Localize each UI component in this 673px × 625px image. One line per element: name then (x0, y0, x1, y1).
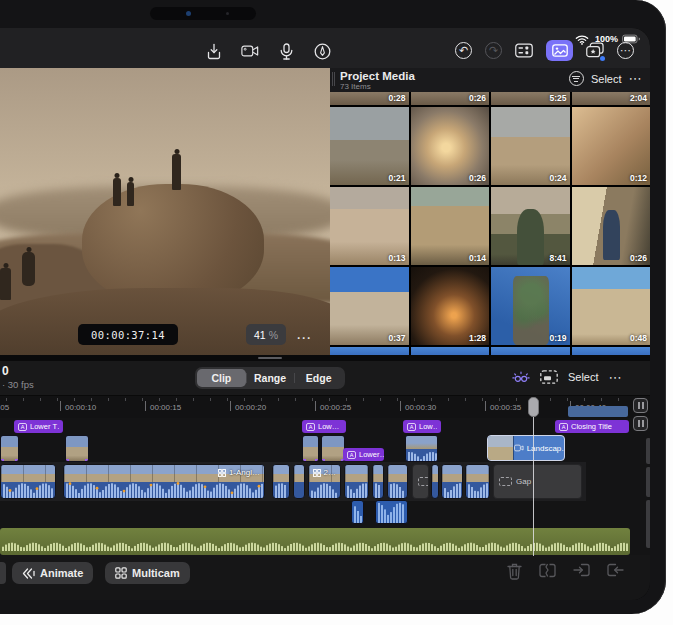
storyline-clip[interactable]: 2… (308, 464, 341, 499)
overview-icon[interactable] (540, 368, 558, 386)
media-thumbnail[interactable]: 0:28 (330, 92, 409, 105)
connected-clip-selected[interactable]: Landscap… (487, 435, 565, 461)
timeline-more-icon[interactable]: ⋯ (609, 370, 623, 385)
inspector-icon[interactable] (515, 42, 533, 60)
media-thumbnail[interactable]: 0:21 (330, 107, 409, 185)
mode-clip[interactable]: Clip (197, 369, 246, 387)
timecode-display[interactable]: 00:00:37:14 (78, 324, 178, 345)
camera-icon[interactable] (241, 42, 259, 60)
storyline-clip[interactable] (344, 464, 369, 499)
viewer-more-icon[interactable]: ⋯ (296, 329, 312, 347)
ruler-label: 00:00:20 (235, 403, 266, 412)
media-thumbnail[interactable]: 1:28 (411, 267, 490, 345)
media-thumbnail[interactable]: 0:24 (491, 107, 570, 185)
storyline-clip[interactable] (372, 464, 384, 499)
connected-clip[interactable] (65, 435, 89, 462)
audio-clip[interactable] (375, 500, 408, 524)
clip-thumbnail-strip (442, 465, 462, 482)
trash-icon[interactable] (507, 563, 522, 580)
timeline-tracks[interactable]: ALower T…ALow…ALow…AClosing Title ALower… (0, 418, 650, 555)
panel-grip-icon[interactable] (332, 72, 335, 86)
clip-thumbnail-strip (388, 465, 407, 482)
cutoff-button[interactable] (0, 562, 6, 584)
connected-clip-bar[interactable] (568, 406, 628, 417)
title-clip[interactable]: AClosing Title (555, 420, 629, 433)
gap-clip[interactable]: Gap (493, 464, 582, 499)
media-thumbnail[interactable]: 0:48 (572, 267, 651, 345)
media-browser-icon[interactable] (546, 40, 573, 61)
front-camera-housing (150, 7, 256, 20)
filter-icon[interactable] (569, 71, 584, 86)
edit-mode-segmented-control: Clip Range Edge (195, 367, 345, 389)
storyline-clip[interactable] (387, 464, 408, 499)
media-thumbnail[interactable]: 0:37 (330, 267, 409, 345)
ruler-major-tick (145, 401, 146, 411)
timeline-ruler[interactable]: 00:00:0500:00:1000:00:1500:00:2000:00:25… (0, 395, 650, 418)
storyline-clip[interactable] (272, 464, 290, 499)
pencil-icon[interactable] (313, 42, 331, 60)
mode-range[interactable]: Range (246, 369, 295, 387)
media-thumbnail[interactable]: 8:41 (491, 187, 570, 265)
gap-clip[interactable]: G… (412, 464, 429, 499)
ruler-label: 00:00:10 (65, 403, 96, 412)
microphone-icon[interactable] (277, 42, 295, 60)
connected-clip[interactable] (0, 435, 19, 462)
track-height-button[interactable] (633, 398, 648, 413)
duration-badge: 0:26 (630, 253, 647, 263)
media-thumbnail[interactable]: 0:12 (572, 107, 651, 185)
animate-button[interactable]: Animate (12, 562, 93, 584)
blade-icon[interactable] (539, 563, 556, 580)
mode-edge[interactable]: Edge (294, 369, 343, 387)
storyline-clip[interactable]: 1-Angl… (63, 464, 265, 499)
music-clip[interactable] (0, 528, 630, 555)
media-thumbnail[interactable] (330, 347, 409, 355)
more-icon[interactable]: ⋯ (617, 42, 634, 59)
import-icon[interactable] (205, 42, 223, 60)
magic-tools-icon[interactable] (512, 368, 530, 386)
ruler-minor-tick (431, 398, 432, 401)
ruler-minor-tick (278, 398, 279, 401)
insert-clip-icon[interactable] (573, 563, 590, 580)
media-thumbnail[interactable]: 0:13 (330, 187, 409, 265)
media-thumbnail[interactable]: 5:25 (491, 92, 570, 105)
title-icon: A (18, 423, 27, 431)
media-thumbnail[interactable]: 0:26 (572, 187, 651, 265)
storyline-clip[interactable] (465, 464, 490, 499)
undo-icon[interactable]: ↶ (455, 42, 472, 59)
storyline-clip[interactable] (441, 464, 463, 499)
zoom-level-control[interactable]: 41 % (246, 324, 286, 345)
track-height-button-2[interactable] (633, 416, 648, 431)
redo-icon[interactable]: ↷ (485, 42, 502, 59)
media-thumbnail[interactable]: 0:14 (411, 187, 490, 265)
media-thumbnail[interactable] (411, 347, 490, 355)
vertical-scrollbar[interactable] (646, 438, 650, 551)
media-more-icon[interactable]: ⋯ (629, 71, 643, 86)
media-thumbnail[interactable]: 0:26 (411, 92, 490, 105)
multicam-button[interactable]: Multicam (105, 562, 190, 584)
connected-clip[interactable] (302, 435, 319, 462)
media-thumbnail[interactable]: 2:04 (572, 92, 651, 105)
playhead-handle[interactable] (528, 397, 539, 417)
storyline-clip[interactable] (293, 464, 305, 499)
media-thumbnail[interactable] (572, 347, 651, 355)
zoom-unit: % (269, 329, 278, 341)
title-clip[interactable]: ALower T… (14, 420, 63, 433)
title-clip[interactable]: ALow… (403, 420, 441, 433)
title-clip[interactable]: ALow… (302, 420, 346, 433)
media-thumbnail[interactable] (491, 347, 570, 355)
title-clip[interactable]: ALower… (343, 448, 384, 461)
timeline-select-button[interactable]: Select (568, 371, 599, 383)
audio-clip[interactable] (351, 500, 364, 524)
viewer[interactable]: 00:00:37:14 41 % ⋯ (0, 68, 330, 355)
titles-effects-icon[interactable] (586, 42, 604, 60)
connected-clip[interactable] (321, 435, 345, 462)
media-thumbnail[interactable]: 0:19 (491, 267, 570, 345)
overwrite-clip-icon[interactable] (607, 563, 624, 580)
storyline-clip[interactable] (431, 464, 439, 499)
select-button[interactable]: Select (591, 73, 622, 85)
ruler-minor-tick (346, 398, 347, 401)
media-thumbnail[interactable]: 0:26 (411, 107, 490, 185)
storyline-clip[interactable] (0, 464, 56, 499)
ruler-major-tick (485, 401, 486, 411)
connected-clip[interactable] (405, 435, 438, 462)
